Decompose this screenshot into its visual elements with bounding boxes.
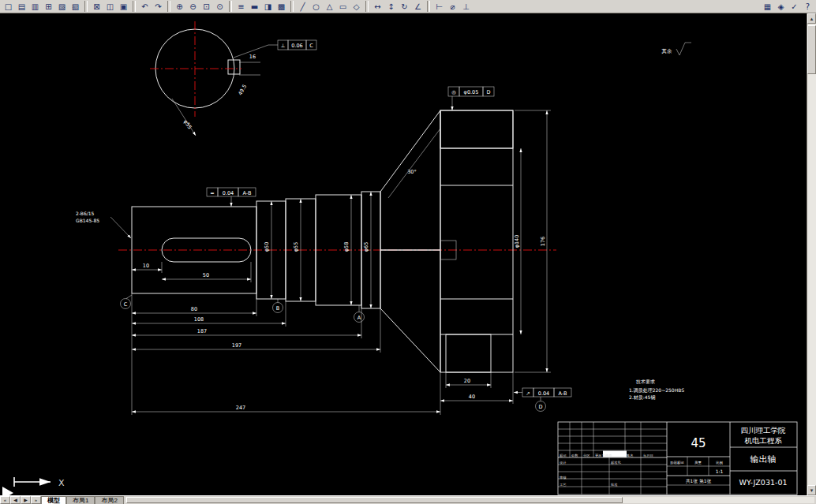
scrollbar-thumb[interactable] — [807, 25, 816, 74]
tolerance-value: 0.06 — [291, 43, 302, 49]
scroll-down-button[interactable]: ▼ — [807, 485, 816, 495]
drawing-number: WY-JZ031-01 — [739, 478, 788, 487]
tolerance-datum: D — [486, 89, 490, 95]
zoom-out-icon[interactable]: ⊖ — [187, 1, 200, 13]
last-tab-button[interactable]: » — [31, 496, 41, 504]
tech-line: 1.调质处理220~250HBS — [629, 387, 684, 394]
sheet-count: 共1张 第1张 — [686, 479, 712, 484]
tab-模型[interactable]: 模型 — [41, 496, 66, 504]
tb-label: 设计 — [560, 461, 567, 465]
dim-text: 49.5 — [237, 84, 248, 97]
scroll-up-button[interactable]: ▲ — [807, 13, 816, 24]
render-icon[interactable]: ◈ — [775, 1, 788, 13]
dim-text: φ55 — [293, 242, 299, 252]
print-preview-icon[interactable]: ▨ — [56, 1, 69, 13]
properties-icon[interactable]: ▦ — [762, 1, 774, 13]
rotate-icon[interactable]: ↻ — [399, 1, 411, 13]
dim-text: φ50 — [264, 242, 270, 252]
part-name: 输出轴 — [750, 454, 777, 465]
color-control-icon[interactable]: ◨ — [262, 1, 275, 13]
dim-text: φ65 — [363, 242, 369, 252]
tb-label: 更改文件号 — [595, 454, 612, 457]
drawing-canvas[interactable]: 16 49.5 φ55 ⊥ 0.06 C — [0, 13, 807, 495]
dim-diameter-icon[interactable]: ⌀ — [447, 1, 459, 13]
tab-nav: «◀▶» — [0, 496, 41, 504]
tolerance-symbol: = — [210, 190, 214, 196]
dim-linear-icon[interactable]: ⊢ — [433, 1, 446, 13]
hatch-icon[interactable]: ▩ — [275, 1, 288, 13]
toolbar-separator — [427, 1, 430, 12]
next-tab-button[interactable]: ▶ — [21, 496, 31, 504]
tech-title: 技术要求 — [635, 379, 655, 385]
undo-icon[interactable]: ↶ — [139, 1, 152, 13]
dim-text: 247 — [236, 405, 245, 411]
move-icon[interactable]: ↔ — [372, 1, 384, 13]
tab-布局2[interactable]: 布局2 — [95, 496, 123, 504]
front-view: 30° — [118, 110, 556, 372]
others-label: 其余 — [661, 48, 673, 54]
zoom-in-icon[interactable]: ⊕ — [174, 1, 186, 13]
measure-angle-icon[interactable]: ∠ — [412, 1, 425, 13]
print-icon[interactable]: ⊞ — [43, 1, 55, 13]
find-icon[interactable]: ▧ — [69, 1, 82, 13]
datum-label: B — [276, 305, 279, 312]
tb-label: 批准 — [610, 483, 618, 487]
tb-label: 分区 — [583, 454, 590, 457]
horizontal-scrollbar[interactable] — [125, 497, 814, 503]
save-icon[interactable]: ▥ — [29, 1, 42, 13]
open-icon[interactable]: ▤ — [16, 1, 28, 13]
toolbar-separator — [84, 1, 88, 12]
redo-icon[interactable]: ↷ — [152, 1, 165, 13]
dim-text: 187 — [197, 328, 207, 334]
new-icon[interactable]: □ — [2, 1, 15, 13]
prev-tab-button[interactable]: ◀ — [10, 496, 21, 504]
ucs-icon: X — [2, 477, 65, 495]
line-weight-icon[interactable]: ▬ — [249, 1, 261, 13]
tolerance-value: 0.04 — [538, 390, 549, 397]
tb-label: 审核 — [560, 476, 567, 480]
material-spec: 45 — [691, 436, 706, 450]
circle-icon[interactable]: ○ — [310, 1, 323, 13]
stretch-icon[interactable]: ↕ — [385, 1, 398, 13]
tb-label: 质量 — [694, 461, 702, 465]
cut-icon[interactable]: ⊠ — [91, 1, 103, 13]
toolbar-separator — [133, 1, 136, 12]
zoom-extents-icon[interactable]: ⊙ — [214, 1, 226, 13]
toolbar-separator — [365, 1, 369, 12]
dim-text: 50 — [203, 272, 209, 278]
autocad-window: □▤▥⊞▨▧⊠◫▣↶↷⊕⊖⊡⊙≡▬◨▩╱○△▭◇↔↕↻∠⊢⌀⊥▦◈✓? — [0, 0, 816, 504]
line-icon[interactable]: ╱ — [297, 1, 309, 13]
help-icon[interactable]: ? — [802, 1, 814, 13]
tolerance-datum: A-B — [559, 390, 567, 397]
first-tab-button[interactable]: « — [0, 496, 10, 504]
paste-icon[interactable]: ▣ — [118, 1, 130, 13]
surface-finish-note: 其余 — [661, 43, 692, 55]
toolbar-separator — [290, 1, 294, 12]
shaft-drawing: 16 49.5 φ55 ⊥ 0.06 C — [0, 13, 807, 495]
tech-line: 2.材质:45钢 — [629, 394, 655, 401]
tb-label: 阶段标记 — [670, 461, 684, 465]
dim-text: 40 — [469, 394, 475, 400]
ellipse-icon[interactable]: ◇ — [350, 1, 363, 13]
tab-布局1[interactable]: 布局1 — [66, 496, 95, 504]
vertical-scrollbar[interactable]: ▲ ▼ — [807, 13, 816, 495]
toolbar: □▤▥⊞▨▧⊠◫▣↶↷⊕⊖⊡⊙≡▬◨▩╱○△▭◇↔↕↻∠⊢⌀⊥▦◈✓? — [0, 0, 816, 13]
copy-icon[interactable]: ◫ — [104, 1, 117, 13]
scrollbar-track[interactable] — [807, 24, 816, 485]
dim-text: φ58 — [343, 242, 350, 252]
toolbar-separator — [229, 1, 232, 12]
rectangle-icon[interactable]: ▭ — [337, 1, 350, 13]
tb-label: 年月日 — [643, 454, 653, 457]
tolerance-symbol: ⊥ — [281, 43, 286, 49]
tolerance-icon[interactable]: ⊥ — [460, 1, 473, 13]
layers-icon[interactable]: ≡ — [235, 1, 248, 13]
dim-text: 16 — [249, 54, 256, 60]
dim-text: 30° — [407, 169, 417, 175]
horizontal-scrollbar-thumb[interactable] — [126, 497, 623, 503]
spell-check-icon[interactable]: ✓ — [788, 1, 801, 13]
zoom-window-icon[interactable]: ⊡ — [200, 1, 213, 13]
datum-label: A — [357, 315, 361, 321]
tolerance-value: 0.04 — [223, 190, 234, 196]
polygon-icon[interactable]: △ — [324, 1, 336, 13]
tb-label: 工艺 — [560, 483, 567, 487]
